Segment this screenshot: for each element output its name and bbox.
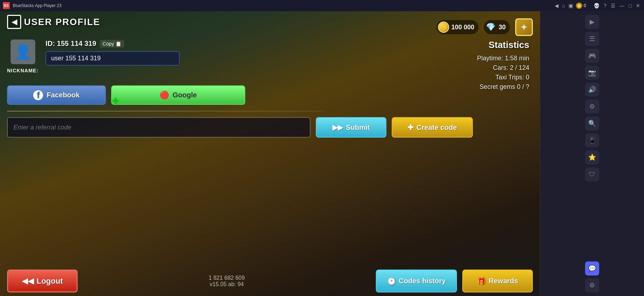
sidebar-icon-9[interactable]: ⭐ (585, 150, 599, 164)
settings-icon[interactable]: ⚙ (585, 278, 599, 292)
google-button[interactable]: 🔴 Google (111, 85, 245, 105)
rewards-icon: 🎁 (477, 277, 486, 285)
google-label: Google (173, 91, 197, 99)
close-btn[interactable]: ✕ (635, 3, 641, 8)
facebook-label: Facebook (47, 91, 79, 99)
profile-info: ID: 155 114 319 Copy 📋 (46, 40, 180, 66)
header: ◀ USER PROFILE 🪙 100 000 💎 30 + (0, 15, 540, 29)
avatar: 👤 (11, 40, 35, 64)
user-id: ID: 155 114 319 (46, 40, 96, 48)
plus-icon: + (521, 22, 527, 33)
create-code-button[interactable]: ✚ Create code (392, 117, 473, 138)
profile-section: 👤 NICKNAME: ID: 155 114 319 Copy 📋 (7, 40, 180, 73)
sidebar-icon-5[interactable]: 🔊 (585, 83, 599, 97)
version-text: v15.05 ab: 94 (209, 281, 245, 288)
cars-stat: Cars: 2 / 124 (477, 64, 529, 72)
submit-label: Submit (346, 123, 370, 132)
sidebar-icon-8[interactable]: 📱 (585, 133, 599, 147)
playtime-stat: Playtime: 1:58 min (477, 55, 529, 62)
version-info: 1 821 682 609 v15.05 ab: 94 (209, 275, 245, 288)
discord-icon[interactable]: 💬 (585, 261, 599, 276)
rewards-label: Rewards (489, 277, 518, 285)
right-sidebar: ▶ ☰ 🎮 📷 🔊 ⚙ 🔍 📱 ⭐ 🛡 💬 ⚙ (540, 11, 644, 296)
sidebar-icon-2[interactable]: ☰ (585, 32, 599, 46)
codes-history-button[interactable]: 🕐 Codes history (376, 270, 457, 292)
sidebar-icon-4[interactable]: 📷 (585, 66, 599, 80)
titlebar-coin-count: 0 (584, 3, 586, 8)
facebook-icon: f (33, 90, 43, 100)
copy-button[interactable]: Copy 📋 (100, 40, 125, 48)
gold-coin-icon: 🪙 (438, 22, 449, 33)
game-ui: ◀ USER PROFILE 🪙 100 000 💎 30 + (0, 11, 540, 296)
social-buttons: f Facebook ✚ 🔴 Google (7, 85, 245, 105)
currency-bar: 🪙 100 000 💎 30 + (437, 18, 533, 36)
copy-label: Copy (103, 41, 114, 47)
diamond-icon: 💎 (485, 22, 496, 33)
app-title: BlueStacks App Player 23 (13, 3, 552, 8)
submit-icon: ▶▶ (332, 123, 343, 132)
nickname-input[interactable] (46, 51, 180, 66)
nickname-label: NICKNAME: (7, 68, 38, 73)
window-nav-icon[interactable]: ▣ (568, 3, 573, 8)
titlebar-coins-section: 🪙 0 (576, 2, 586, 9)
back-button[interactable]: ◀ USER PROFILE (7, 15, 100, 29)
codes-history-icon: 🕐 (387, 277, 396, 285)
statistics-panel: Statistics Playtime: 1:58 min Cars: 2 / … (477, 40, 533, 93)
create-code-icon: ✚ (408, 123, 414, 132)
maximize-btn[interactable]: □ (628, 3, 633, 8)
back-nav-icon[interactable]: ◀ (555, 3, 559, 8)
skull-icon: 💀 (592, 3, 601, 8)
sidebar-icon-6[interactable]: ⚙ (585, 99, 599, 114)
logout-icon: ◀◀ (22, 277, 34, 286)
back-chevron: ◀ (12, 18, 17, 26)
coins-amount: 100 000 (451, 24, 474, 31)
window-controls: 💀 ? ☰ — □ ✕ (592, 3, 641, 8)
app-icon: BS (3, 2, 10, 9)
bottom-buttons: 🕐 Codes history 🎁 Rewards (376, 270, 533, 292)
sidebar-icon-1[interactable]: ▶ (585, 15, 599, 29)
bottom-bar: ◀◀ Logout 1 821 682 609 v15.05 ab: 94 🕐 … (7, 270, 533, 292)
help-icon[interactable]: ? (603, 3, 608, 8)
facebook-button[interactable]: f Facebook (7, 85, 106, 105)
titlebar-nav: ◀ ⌂ ▣ (555, 3, 573, 8)
referral-code-input[interactable] (7, 117, 311, 138)
referral-section: ▶▶ Submit ✚ Create code (7, 117, 473, 138)
page-title: USER PROFILE (24, 17, 100, 28)
green-plus-icon: ✚ (112, 97, 119, 106)
submit-button[interactable]: ▶▶ Submit (316, 117, 386, 138)
google-icon: 🔴 (160, 91, 169, 100)
sidebar-icon-7[interactable]: 🔍 (585, 116, 599, 131)
player-id: 1 821 682 609 (209, 275, 245, 281)
game-area: ◀ USER PROFILE 🪙 100 000 💎 30 + (0, 11, 540, 296)
codes-history-label: Codes history (399, 277, 446, 285)
avatar-container: 👤 NICKNAME: (7, 40, 38, 73)
diamonds-display: 💎 30 (484, 20, 510, 34)
diamonds-amount: 30 (499, 24, 506, 31)
coins-display: 🪙 100 000 (437, 20, 479, 34)
sidebar-icon-3[interactable]: 🎮 (585, 49, 599, 63)
logout-label: Logout (37, 277, 63, 286)
create-code-label: Create code (416, 123, 457, 132)
divider (7, 111, 325, 111)
statistics-title: Statistics (477, 40, 529, 50)
titlebar: BS BlueStacks App Player 23 ◀ ⌂ ▣ 🪙 0 💀 … (0, 0, 644, 11)
titlebar-coin-icon: 🪙 (576, 2, 582, 9)
user-id-row: ID: 155 114 319 Copy 📋 (46, 40, 180, 48)
logout-button[interactable]: ◀◀ Logout (7, 270, 78, 292)
add-currency-button[interactable]: + (515, 18, 533, 36)
rewards-button[interactable]: 🎁 Rewards (462, 270, 533, 292)
minimize-btn[interactable]: — (619, 3, 626, 8)
back-arrow-icon: ◀ (7, 15, 21, 29)
copy-icon: 📋 (115, 41, 121, 47)
secret-gems-stat: Secret gems 0 / ? (477, 83, 529, 91)
menu-icon[interactable]: ☰ (610, 3, 616, 8)
sidebar-icon-10[interactable]: 🛡 (585, 167, 599, 181)
taxi-trips-stat: Taxi Trips: 0 (477, 74, 529, 81)
home-nav-icon[interactable]: ⌂ (562, 3, 565, 8)
